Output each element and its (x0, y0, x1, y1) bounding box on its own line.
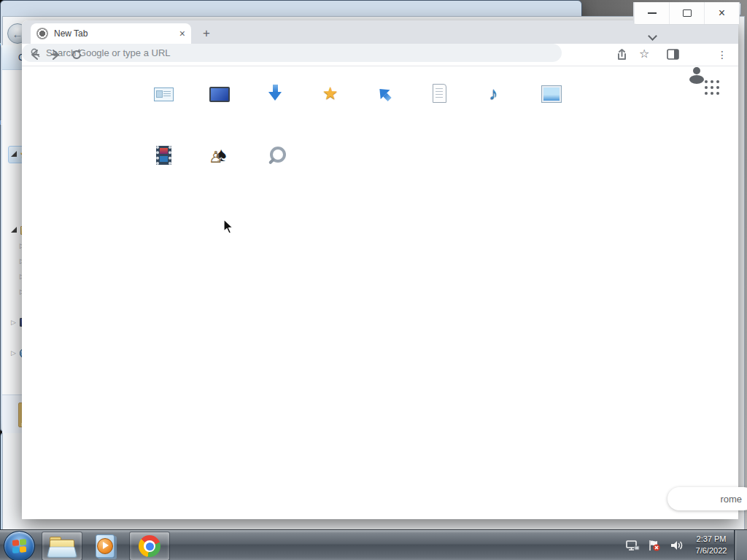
close-button[interactable]: × (704, 2, 739, 24)
show-desktop-button[interactable] (734, 530, 747, 560)
volume-icon[interactable] (669, 539, 685, 552)
maximize-button[interactable] (669, 2, 704, 24)
minimize-button[interactable] (634, 2, 669, 24)
customize-chrome-label: rome (720, 494, 742, 505)
customize-chrome-button[interactable]: rome (667, 487, 747, 510)
expander-open-icon[interactable] (11, 227, 17, 233)
mouse-cursor (222, 219, 234, 235)
network-icon[interactable] (625, 539, 640, 552)
tab-search-chevron-icon[interactable] (649, 29, 656, 42)
expander-closed-icon[interactable]: ▷ (11, 349, 16, 357)
windows-flag-icon (12, 539, 26, 553)
clock-date: 7/6/2022 (690, 545, 732, 556)
forward-icon[interactable] (50, 48, 63, 61)
taskbar-explorer-button[interactable] (42, 532, 82, 560)
expander-open-icon[interactable] (11, 151, 17, 157)
taskbar-clock[interactable]: 2:37 PM 7/6/2022 (690, 533, 732, 556)
chrome-tab-new-tab[interactable]: New Tab × (31, 23, 191, 44)
action-center-flag-icon[interactable] (647, 539, 662, 552)
chrome-window-controls: × (633, 2, 740, 25)
tab-close-icon[interactable]: × (179, 28, 185, 39)
taskbar-media-player-button[interactable] (93, 534, 115, 556)
chrome-icon (139, 535, 160, 557)
taskbar: 2:37 PM 7/6/2022 (0, 529, 747, 560)
expander-closed-icon[interactable]: ▷ (11, 319, 16, 326)
start-button[interactable] (4, 531, 35, 560)
bookmark-star-icon[interactable]: ☆ (639, 47, 649, 61)
chrome-favicon-icon (36, 28, 48, 39)
new-tab-button[interactable]: + (203, 26, 210, 41)
chrome-toolbar: Search Google or type a URL ☆ ⋮ (22, 44, 738, 66)
clock-time: 2:37 PM (690, 533, 732, 545)
chrome-tab-strip: New Tab × + (22, 20, 738, 44)
explorer-icon (50, 537, 74, 556)
taskbar-chrome-button[interactable] (129, 532, 170, 560)
side-panel-icon[interactable] (667, 49, 679, 60)
system-tray (622, 530, 689, 560)
address-bar[interactable]: Search Google or type a URL (22, 44, 562, 62)
tab-title: New Tab (54, 28, 179, 39)
chrome-menu-icon[interactable]: ⋮ (717, 49, 727, 61)
google-apps-grid-icon[interactable] (705, 80, 719, 95)
back-icon[interactable] (28, 48, 41, 61)
share-icon[interactable] (614, 48, 627, 61)
address-placeholder: Search Google or type a URL (46, 47, 171, 58)
reload-icon[interactable] (70, 48, 83, 61)
